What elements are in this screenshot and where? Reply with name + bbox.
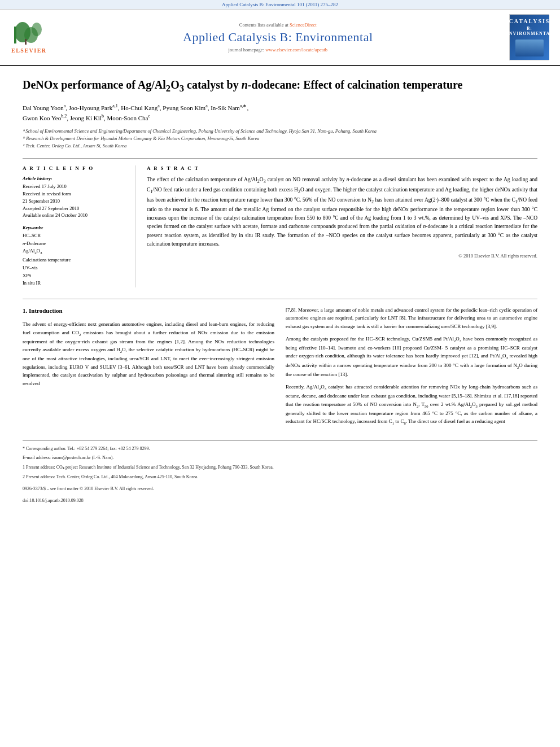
thumb-title: CATALYSIS [509,18,550,24]
available-date: Available online 24 October 2010 [23,212,127,219]
keyword-ndodecane: n-Dodecane [23,240,127,248]
footnote-note1: 1 Present address: CO₂ project Research … [23,464,537,471]
keywords-section: Keywords: HC–SCR n-Dodecane Ag/Al2O3 Cal… [23,225,127,287]
footnotes-section: * Corresponding author. Tel.: +82 54 279… [23,440,537,505]
intro-left-para1: The advent of energy-efficient next gene… [23,320,274,387]
body-right-col: [7,8]. Moreover, a large amount of noble… [286,306,537,431]
journal-title: Applied Catalysis B: Environmental [53,30,504,45]
elsevier-brand-text: ELSEVIER [11,47,47,54]
intro-right-para2: Among the catalysts proposed for the HC–… [286,335,537,378]
article-info-col: A R T I C L E I N F O Article history: R… [23,165,135,287]
keyword-uvvis: UV–vis [23,264,127,272]
footnote-corresponding: * Corresponding author. Tel.: +82 54 279… [23,445,537,453]
svg-point-3 [32,23,42,36]
info-abstract-section: A R T I C L E I N F O Article history: R… [23,165,537,287]
keywords-label: Keywords: [23,225,127,230]
accepted-date: Accepted 27 September 2010 [23,205,127,212]
intro-right-para1: [7,8]. Moreover, a large amount of noble… [286,306,537,330]
journal-homepage: journal homepage: www.elsevier.com/locat… [53,47,504,53]
journal-homepage-url[interactable]: www.elsevier.com/locate/apcatb [265,47,327,53]
header-divider [23,158,537,159]
affiliation-a: ᵃ School of Environmental Science and En… [23,128,377,134]
journal-banner: Applied Catalysis B: Environmental 101 (… [0,0,560,10]
copyright-line: © 2010 Elsevier B.V. All rights reserved… [147,253,537,259]
journal-center: Contents lists available at ScienceDirec… [53,22,504,53]
keyword-hcscr: HC–SCR [23,232,127,240]
keyword-xps: XPS [23,272,127,280]
history-label: Article history: [23,176,127,181]
svg-rect-4 [25,39,27,45]
revised-date: 21 September 2010 [23,198,127,205]
authors-line: Dal Young Yoona, Joo-Hyoung Parka,1, Ho-… [23,103,537,124]
keyword-insitu: In situ IR [23,279,127,287]
keyword-calcination: Calcinations temperature [23,256,127,264]
article-title: DeNOx performance of Ag/Al2O3 catalyst b… [23,77,537,95]
article-info-heading: A R T I C L E I N F O [23,165,127,171]
footnote-issn: 0926-3373/$ – see front matter © 2010 El… [23,486,537,493]
sciencedirect-line: Contents lists available at ScienceDirec… [53,22,504,28]
keyword-agal2o3: Ag/Al2O3 [23,247,127,256]
article-history: Article history: Received 17 July 2010 R… [23,176,127,219]
intro-heading: 1. Introduction [23,306,274,316]
journal-thumbnail: CATALYSIS B: ENVIRONMENTAL [509,14,549,60]
intro-right-para3: Recently, Ag/Al2O3 catalyst has attracte… [286,383,537,426]
banner-text: Applied Catalysis B: Environmental 101 (… [222,2,338,7]
thumb-subtitle: B: ENVIRONMENTAL [505,26,553,36]
sciencedirect-link[interactable]: ScienceDirect [290,22,317,28]
elsevier-tree-icon [11,21,42,46]
footnote-email: E-mail address: isnam@postech.ac.kr (I.-… [23,455,537,462]
main-content: DeNOx performance of Ag/Al2O3 catalyst b… [0,66,560,518]
affiliation-b: ᵇ Research & Development Division for Hy… [23,136,260,141]
received-date: Received 17 July 2010 [23,183,127,190]
body-left-col: 1. Introduction The advent of energy-eff… [23,306,274,431]
affiliation-c: ᶜ Tech. Center, Ordeg Co. Ltd., Ansan-Si… [23,143,126,148]
elsevier-logo: ELSEVIER [11,21,47,54]
abstract-text: The effect of the calcination temperatur… [147,176,537,248]
footnote-doi: doi:10.1016/j.apcatb.2010.09.028 [23,497,537,505]
body-divider [23,299,537,299]
abstract-col: A B S T R A C T The effect of the calcin… [147,165,537,287]
affiliations: ᵃ School of Environmental Science and En… [23,128,537,149]
footnote-note2: 2 Present address: Tech. Center, Ordeg C… [23,474,537,481]
thumb-image [515,40,544,56]
body-section: 1. Introduction The advent of energy-eff… [23,306,537,431]
journal-header: ELSEVIER Contents lists available at Sci… [0,10,560,66]
abstract-heading: A B S T R A C T [147,165,537,171]
revised-label: Received in revised form [23,190,127,198]
